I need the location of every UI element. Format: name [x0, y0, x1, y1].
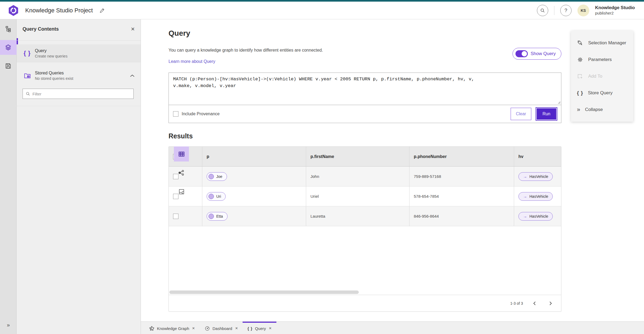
question-mark-icon: ?: [564, 8, 567, 13]
chevron-left-icon: [533, 301, 536, 306]
row-checkbox[interactable]: [173, 214, 178, 219]
pagination-range-label: 1-3 of 3: [510, 301, 523, 306]
bottom-tab-bar: Knowledge Graph × Dashboard × {: [141, 321, 644, 334]
rail-item-save[interactable]: [0, 59, 17, 73]
dashboard-gauge-icon: [204, 326, 210, 331]
table-view-button[interactable]: [174, 146, 189, 161]
add-to-button: Add To: [571, 68, 633, 85]
panel-item-query[interactable]: { } Query Create new queries: [17, 44, 141, 62]
store-query-button[interactable]: { } Store Query: [571, 85, 633, 101]
entity-pill[interactable]: Uri: [207, 192, 226, 201]
panel-divider: [17, 106, 141, 106]
help-button[interactable]: ?: [560, 5, 572, 16]
edit-project-title-button[interactable]: [99, 8, 105, 13]
add-to-icon: [577, 73, 583, 80]
account-name: Knowledge Studio: [595, 5, 635, 10]
entity-pill[interactable]: Etta: [207, 212, 228, 221]
link-chart-icon: [178, 169, 185, 176]
page-title: Query: [169, 29, 190, 38]
expand-rail-button[interactable]: »: [0, 322, 17, 328]
graph-view-button[interactable]: [174, 165, 189, 180]
column-header-hv[interactable]: hv: [514, 147, 561, 166]
save-icon: [5, 63, 12, 69]
query-textarea[interactable]: MATCH (p:Person)-[hv:HasVehicle]->(v:Veh…: [169, 73, 561, 105]
map-icon: [178, 188, 185, 195]
table-pagination: 1-3 of 3: [169, 295, 561, 311]
query-editor-footer: Include Provenance Clear Run: [169, 105, 561, 123]
results-heading: Results: [169, 132, 193, 140]
column-header-firstname[interactable]: p.firstName: [306, 147, 409, 166]
relationship-pill[interactable]: → HasVehicle: [518, 172, 553, 181]
query-contents-panel: Query Contents × { } Query Create new qu…: [17, 19, 141, 334]
run-button[interactable]: Run: [536, 108, 557, 120]
app-logo-icon: [8, 5, 19, 16]
filter-field: [23, 89, 134, 99]
query-tools-panel: Selection Manager Parameters: [571, 31, 633, 122]
close-icon[interactable]: ×: [269, 326, 272, 331]
relationship-pill[interactable]: → HasVehicle: [518, 192, 553, 201]
cell-firstname: Uriel: [306, 186, 409, 206]
tool-label: Parameters: [588, 57, 612, 62]
chevron-up-icon[interactable]: [130, 74, 135, 77]
search-icon: [25, 91, 30, 96]
learn-more-link[interactable]: Learn more about Query: [169, 59, 215, 64]
cell-firstname: Lauretta: [306, 206, 409, 226]
table-row: Etta Lauretta 846-956-8644 → HasVehicle: [169, 206, 561, 226]
map-view-button[interactable]: [174, 184, 189, 199]
tab-knowledge-graph[interactable]: Knowledge Graph ×: [144, 322, 200, 334]
tool-label: Selection Manager: [588, 40, 626, 46]
tab-label: Query: [255, 326, 266, 331]
show-query-toggle[interactable]: Show Query: [513, 48, 561, 60]
collapse-panel-button[interactable]: » Collapse: [571, 101, 633, 118]
results-table: p p.firstName p.phoneNumber hv Joe: [169, 146, 561, 312]
toggle-on-icon: [515, 50, 528, 57]
rail-item-data-model[interactable]: [0, 21, 17, 36]
close-icon: ×: [131, 25, 135, 33]
panel-item-title: Stored Queries: [35, 71, 73, 76]
entity-pill[interactable]: Joe: [207, 172, 227, 181]
resize-handle-icon[interactable]: [557, 101, 561, 104]
relationship-name: HasVehicle: [529, 194, 548, 199]
search-button[interactable]: [537, 5, 548, 16]
gear-icon: [577, 56, 583, 63]
braces-icon: { }: [24, 50, 35, 57]
search-icon: [540, 8, 545, 13]
column-header-phonenumber[interactable]: p.phoneNumber: [409, 147, 514, 166]
include-provenance-label: Include Provenance: [182, 112, 219, 116]
query-description: You can query a knowledge graph to ident…: [169, 48, 323, 53]
horizontal-scrollbar[interactable]: [169, 290, 359, 294]
relationship-name: HasVehicle: [529, 214, 548, 218]
selection-manager-button[interactable]: Selection Manager: [571, 35, 633, 51]
cell-firstname: John: [306, 167, 409, 186]
user-avatar[interactable]: KS: [577, 5, 589, 16]
table-icon: [178, 150, 185, 158]
cell-phonenumber: 759-889-57168: [409, 167, 514, 186]
arrow-right-icon: →: [523, 174, 527, 179]
panel-item-subtitle: Create new queries: [35, 54, 67, 58]
double-chevron-right-icon: »: [577, 107, 580, 113]
close-icon[interactable]: ×: [192, 326, 195, 331]
tab-query[interactable]: { } Query ×: [243, 322, 276, 334]
braces-icon: { }: [247, 326, 253, 331]
column-header-p[interactable]: p: [202, 147, 306, 166]
entity-name: Etta: [216, 214, 223, 218]
next-page-button[interactable]: [546, 299, 555, 308]
relationship-pill[interactable]: → HasVehicle: [518, 212, 553, 221]
previous-page-button[interactable]: [530, 299, 539, 308]
include-provenance-checkbox[interactable]: [173, 111, 178, 117]
results-view-switcher: [174, 146, 190, 203]
parameters-button[interactable]: Parameters: [571, 51, 633, 68]
tool-label: Add To: [588, 74, 602, 79]
clear-button[interactable]: Clear: [511, 108, 531, 120]
entity-node-icon: [208, 174, 214, 179]
tab-dashboard[interactable]: Dashboard ×: [200, 322, 243, 334]
toggle-knob: [522, 51, 527, 56]
entity-name: Joe: [216, 174, 222, 179]
rail-item-contents[interactable]: [0, 40, 17, 55]
panel-item-stored-queries[interactable]: Stored Queries No stored queries exist: [17, 67, 141, 85]
panel-close-button[interactable]: ×: [129, 24, 136, 34]
knowledge-graph-icon: [149, 326, 155, 331]
close-icon[interactable]: ×: [235, 326, 238, 331]
filter-input[interactable]: [32, 92, 131, 96]
panel-item-subtitle: No stored queries exist: [35, 76, 73, 81]
